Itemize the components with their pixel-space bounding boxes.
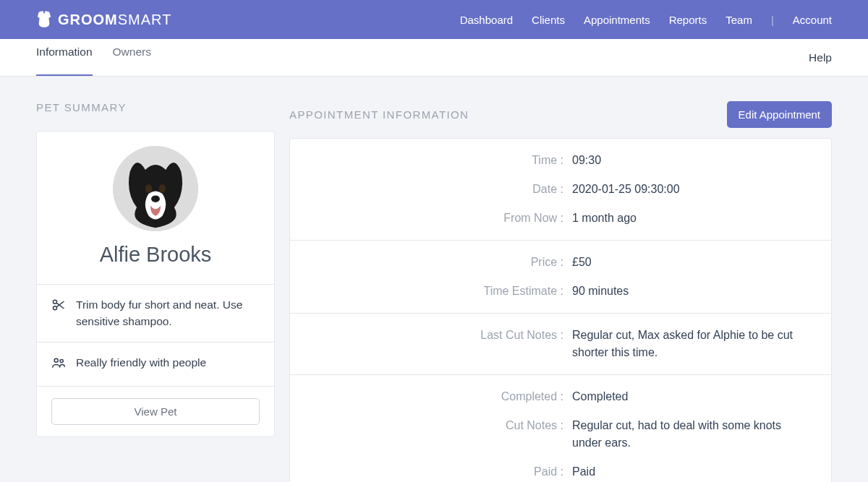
value-cut-notes: Regular cut, had to deal with some knots… — [572, 417, 809, 452]
label-price: Price : — [312, 254, 572, 271]
pet-cut-notes-text: Trim body fur short and neat. Use sensit… — [76, 296, 260, 330]
appointment-column: APPOINTMENT INFORMATION Edit Appointment… — [289, 101, 832, 482]
appt-row-date: Date : 2020-01-25 09:30:00 — [290, 175, 831, 204]
logo-icon — [36, 10, 52, 29]
nav-reports[interactable]: Reports — [669, 14, 707, 26]
label-from-now: From Now : — [312, 210, 572, 227]
pet-summary-heading: PET SUMMARY — [36, 101, 275, 113]
subnav: Information Owners Help — [0, 39, 868, 77]
value-paid: Paid — [572, 463, 809, 481]
nav-appointments[interactable]: Appointments — [584, 14, 650, 26]
brand-strong: GROOM — [58, 12, 118, 27]
main-nav: Dashboard Clients Appointments Reports T… — [460, 14, 832, 26]
help-link[interactable]: Help — [809, 51, 832, 64]
edit-appointment-button[interactable]: Edit Appointment — [727, 101, 832, 128]
appt-row-cut-notes: Cut Notes : Regular cut, had to deal wit… — [290, 411, 831, 457]
appt-row-time: Time : 09:30 — [290, 146, 831, 175]
appointment-header-row: APPOINTMENT INFORMATION Edit Appointment — [289, 101, 832, 128]
label-completed: Completed : — [312, 388, 572, 405]
appt-row-paid: Paid : Paid — [290, 457, 831, 482]
svg-point-2 — [159, 184, 166, 193]
label-time-estimate: Time Estimate : — [312, 283, 572, 300]
label-last-cut-notes: Last Cut Notes : — [312, 327, 572, 361]
pet-card-header: Alfie Brooks — [37, 132, 274, 285]
value-last-cut-notes: Regular cut, Max asked for Alphie to be … — [572, 327, 809, 361]
label-cut-notes: Cut Notes : — [312, 417, 572, 452]
label-time: Time : — [312, 152, 572, 169]
brand-light: SMART — [118, 12, 172, 27]
appt-row-completed: Completed : Completed — [290, 382, 831, 411]
value-time-estimate: 90 minutes — [572, 283, 809, 300]
nav-team[interactable]: Team — [726, 14, 752, 26]
svg-point-9 — [60, 359, 63, 362]
appointment-card: Time : 09:30 Date : 2020-01-25 09:30:00 … — [289, 138, 832, 482]
pet-temperament-row: Really friendly with people — [37, 343, 274, 387]
nav-separator: | — [771, 14, 774, 26]
pet-name: Alfie Brooks — [51, 243, 260, 267]
topbar: GROOMSMART Dashboard Clients Appointment… — [0, 0, 868, 39]
label-date: Date : — [312, 181, 572, 198]
nav-clients[interactable]: Clients — [532, 14, 565, 26]
scissors-icon — [51, 298, 66, 317]
nav-dashboard[interactable]: Dashboard — [460, 14, 513, 26]
people-icon — [51, 356, 66, 374]
pet-temperament-text: Really friendly with people — [76, 354, 206, 371]
svg-point-1 — [145, 184, 152, 193]
appt-row-last-cut-notes: Last Cut Notes : Regular cut, Max asked … — [290, 321, 831, 367]
value-completed: Completed — [572, 388, 809, 405]
appt-row-from-now: From Now : 1 month ago — [290, 204, 831, 233]
label-paid: Paid : — [312, 463, 572, 481]
tabs: Information Owners — [36, 39, 151, 76]
pet-summary-column: PET SUMMARY Alfie Brooks — [36, 101, 275, 437]
appt-group-last-notes: Last Cut Notes : Regular cut, Max asked … — [290, 314, 831, 375]
view-pet-button[interactable]: View Pet — [51, 398, 260, 425]
value-price: £50 — [572, 254, 809, 271]
pet-card: Alfie Brooks Trim body fur short and nea… — [36, 131, 275, 437]
appt-row-price: Price : £50 — [290, 248, 831, 277]
appt-group-time: Time : 09:30 Date : 2020-01-25 09:30:00 … — [290, 139, 831, 241]
svg-point-3 — [151, 195, 160, 202]
nav-account[interactable]: Account — [793, 14, 832, 26]
appointment-heading: APPOINTMENT INFORMATION — [289, 108, 469, 121]
tab-information[interactable]: Information — [36, 39, 93, 76]
svg-point-8 — [54, 358, 58, 362]
value-date: 2020-01-25 09:30:00 — [572, 181, 809, 198]
value-time: 09:30 — [572, 152, 809, 169]
value-from-now: 1 month ago — [572, 210, 809, 227]
appt-group-price: Price : £50 Time Estimate : 90 minutes — [290, 241, 831, 314]
appt-row-time-estimate: Time Estimate : 90 minutes — [290, 277, 831, 306]
pet-cut-notes-row: Trim body fur short and neat. Use sensit… — [37, 285, 274, 343]
brand[interactable]: GROOMSMART — [36, 10, 171, 29]
content: PET SUMMARY Alfie Brooks — [0, 77, 868, 482]
pet-actions: View Pet — [37, 387, 274, 436]
appt-group-status: Completed : Completed Cut Notes : Regula… — [290, 375, 831, 482]
pet-avatar — [113, 146, 198, 231]
tab-owners[interactable]: Owners — [113, 39, 151, 76]
